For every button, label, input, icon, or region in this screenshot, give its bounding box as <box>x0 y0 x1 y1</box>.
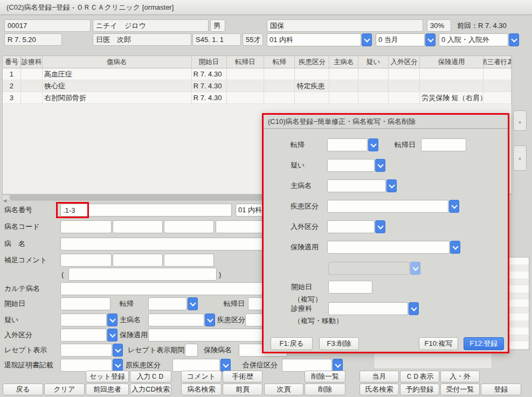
dialog-f10-copy-button[interactable]: F10:複写 <box>419 337 458 350</box>
dropdown-button[interactable] <box>113 359 123 372</box>
start-date-input[interactable] <box>60 297 110 310</box>
dropdown-button[interactable] <box>188 297 198 310</box>
hosoku-input-1[interactable] <box>60 254 112 267</box>
next-page-button[interactable]: 次頁 <box>264 384 303 395</box>
back-button[interactable]: 戻る <box>3 384 43 395</box>
table-cell: 1 <box>3 68 21 80</box>
table-cell <box>21 68 43 80</box>
hosoku-input-2[interactable] <box>113 254 163 267</box>
dropdown-button[interactable] <box>333 359 343 372</box>
dialog-outcome-date-label: 転帰日 <box>395 138 416 151</box>
dialog-f3-delete-button[interactable]: F3:削除 <box>319 337 359 350</box>
dialog-category-select[interactable] <box>327 200 459 213</box>
current-month-button[interactable]: 当月 <box>360 371 399 382</box>
dialog-department-select[interactable] <box>328 302 419 315</box>
dialog-outcome-select[interactable] <box>327 138 378 151</box>
chevron-down-icon <box>207 316 213 322</box>
scroll-left-button[interactable] <box>3 196 6 204</box>
dropdown-button[interactable] <box>362 33 372 46</box>
dropdown-button[interactable] <box>368 138 378 151</box>
origin-disease-select[interactable] <box>172 359 231 372</box>
table-cell <box>21 92 43 103</box>
reservation-button[interactable]: 予約登録 <box>400 384 439 395</box>
exam-date-field[interactable]: R 7. 5.20 <box>4 33 62 46</box>
dialog-category-label: 疾患区分 <box>291 200 319 213</box>
table-cell <box>295 92 329 103</box>
table-header-cell: 番号 <box>3 56 21 68</box>
set-register-button[interactable]: セット登録 <box>86 371 129 382</box>
dropdown-button[interactable] <box>220 359 231 372</box>
dialog-f12-register-button[interactable]: F12:登録 <box>464 337 504 350</box>
dropdown-button[interactable] <box>449 200 459 213</box>
byomei-code-label: 病名コード <box>4 220 40 233</box>
table-row[interactable]: 3 右肘関節骨折 R 7. 4.30 労災保険 短（右肩） <box>3 92 512 104</box>
dropdown-button[interactable] <box>509 33 519 46</box>
hosoku-free-input[interactable] <box>68 268 217 281</box>
dialog-outcome-date-input[interactable] <box>421 138 466 151</box>
department-select[interactable]: 01 内科 <box>267 33 372 46</box>
dialog-inout-select[interactable] <box>327 220 385 233</box>
in-out-button[interactable]: 入・外 <box>440 371 480 382</box>
table-cell: 右肘関節骨折 <box>43 92 192 103</box>
dialog-outcome-label: 転帰 <box>291 138 305 151</box>
dropdown-button[interactable] <box>205 314 215 326</box>
dialog-suspect-select[interactable] <box>327 159 385 172</box>
name-search-button[interactable]: 氏名検索 <box>360 384 399 395</box>
disease-search-button[interactable]: 病名検索 <box>181 384 222 395</box>
dropdown-button[interactable] <box>375 159 385 172</box>
register-button[interactable]: 登録 <box>481 384 521 395</box>
dialog-main-disease-select[interactable] <box>327 179 397 192</box>
comment-button[interactable]: コメント <box>181 371 222 382</box>
chevron-down-icon <box>511 36 517 42</box>
discharge-cert-select[interactable] <box>60 359 123 372</box>
suspect-select[interactable] <box>60 314 118 326</box>
clear-button[interactable]: クリア <box>44 384 85 395</box>
input-cd-button[interactable]: 入力ＣＤ <box>130 371 171 382</box>
dialog-insurance-select[interactable] <box>327 241 460 254</box>
patient-kana-field[interactable]: ニチイ ジロウ <box>93 19 209 32</box>
dialog-f1-back-button[interactable]: F1:戻る <box>271 337 313 350</box>
table-cell <box>420 68 483 80</box>
insurance-field[interactable]: 国保 <box>267 19 423 32</box>
inout-form-select[interactable] <box>60 329 118 342</box>
table-cell <box>389 80 420 92</box>
byomei-code-input-1[interactable] <box>60 220 112 233</box>
previous-patient-button[interactable]: 前回患者 <box>86 384 129 395</box>
table-header-cell: 第三者行為 <box>483 56 512 68</box>
delete-button[interactable]: 削除 <box>305 384 346 395</box>
main-disease-select[interactable] <box>148 314 215 326</box>
dropdown-button[interactable] <box>450 241 460 254</box>
table-cell: 3 <box>3 92 21 103</box>
table-row[interactable]: 1 高血圧症 R 7. 4.30 <box>3 68 512 80</box>
byomei-code-input-3[interactable] <box>164 220 214 233</box>
surgery-history-button[interactable]: 手術歴 <box>223 371 262 382</box>
dropdown-button[interactable] <box>409 302 419 315</box>
dialog-start-date-input[interactable] <box>328 281 372 294</box>
dropdown-button[interactable] <box>107 314 118 326</box>
complication-label: 合併症区分 <box>243 359 278 372</box>
month-select[interactable]: 0 当月 <box>376 33 436 46</box>
input-cd-search-button[interactable]: 入力CD検索 <box>130 384 171 395</box>
complication-select[interactable] <box>282 359 343 372</box>
dropdown-button[interactable] <box>425 33 436 46</box>
dropdown-button[interactable] <box>113 344 123 357</box>
dropdown-button[interactable] <box>386 179 397 192</box>
outcome-select[interactable] <box>148 297 198 310</box>
cd-display-button[interactable]: ＣＤ表示 <box>400 371 439 382</box>
scroll-down-button[interactable] <box>513 145 527 171</box>
receipt-display-select[interactable] <box>60 344 123 357</box>
receipt-period-input[interactable] <box>185 344 198 357</box>
reception-list-button[interactable]: 受付一覧 <box>440 384 480 395</box>
dropdown-button[interactable] <box>107 329 118 342</box>
table-row[interactable]: 2 狭心症 R 7. 4.30 特定疾患 <box>3 80 512 92</box>
delete-list-button[interactable]: 削除一覧 <box>305 371 346 382</box>
byomei-code-input-2[interactable] <box>113 220 163 233</box>
inout-select[interactable]: 0 入院・入院外 <box>439 33 519 46</box>
previous-page-button[interactable]: 前頁 <box>223 384 262 395</box>
dropdown-button[interactable] <box>375 220 385 233</box>
scroll-up-button[interactable] <box>513 110 527 131</box>
patient-id-field[interactable]: 00017 <box>4 19 91 32</box>
karte-byomei-label: カルテ病名 <box>4 282 40 295</box>
hosoku-input-3[interactable] <box>164 254 214 267</box>
chevron-down-icon <box>115 346 121 352</box>
